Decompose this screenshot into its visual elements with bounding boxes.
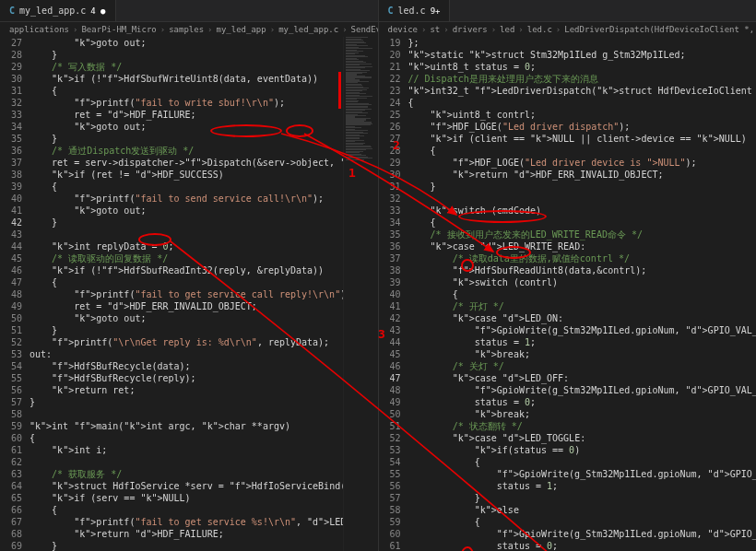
annotation-circle-brace-right <box>461 259 474 272</box>
annotation-label-1: 1 <box>348 166 356 180</box>
annotation-circle-case-led-write-read <box>458 210 547 223</box>
c-file-icon: C <box>9 6 15 16</box>
left-code[interactable]: "k">goto out; } /* 写入数据 */ "k">if (!"f">… <box>30 37 343 551</box>
left-editor-pane: C my_led_app.c 4 ● applications›BearPi-H… <box>0 0 379 551</box>
right-editor-pane: C led.c 9+ device›st›drivers›led›led.c›L… <box>379 0 757 551</box>
annotation-circle-contrl-right <box>496 246 531 259</box>
annotation-circle-led-write-read-left <box>210 124 282 137</box>
c-file-icon: C <box>388 6 394 16</box>
right-breadcrumb[interactable]: device›st›drivers›led›led.c›LedDriverDis… <box>379 22 757 37</box>
left-gutter: 2728293031323334353637383940414243444546… <box>0 37 30 551</box>
right-tab-bar: C led.c 9+ <box>379 0 757 22</box>
annotation-label-3: 3 <box>378 327 385 341</box>
tab-label: led.c <box>398 6 426 16</box>
overview-ruler-mark <box>338 72 341 109</box>
right-gutter: 1920212223242526272829303132333435363738… <box>379 37 408 551</box>
annotation-circle-reply-left <box>138 233 171 246</box>
right-editor[interactable]: 1920212223242526272829303132333435363738… <box>379 37 757 551</box>
left-minimap[interactable] <box>343 37 378 551</box>
right-code[interactable]: };"k">static "k">struct Stm32Mp1ILed g_S… <box>408 37 757 551</box>
annotation-circle-data-left <box>286 124 313 137</box>
left-breadcrumb[interactable]: applications›BearPi-HM_Micro›samples›my_… <box>0 22 378 37</box>
left-editor[interactable]: 2728293031323334353637383940414243444546… <box>0 37 378 551</box>
tab-label: my_led_app.c <box>19 6 86 16</box>
tab-modified-badge: 4 ● <box>90 6 105 16</box>
tab-led-c[interactable]: C led.c 9+ <box>379 0 451 21</box>
tab-my-led-app-c[interactable]: C my_led_app.c 4 ● <box>0 0 116 21</box>
annotation-label-2: 2 <box>393 138 400 152</box>
tab-modified-badge: 9+ <box>431 6 441 16</box>
left-tab-bar: C my_led_app.c 4 ● <box>0 0 378 22</box>
